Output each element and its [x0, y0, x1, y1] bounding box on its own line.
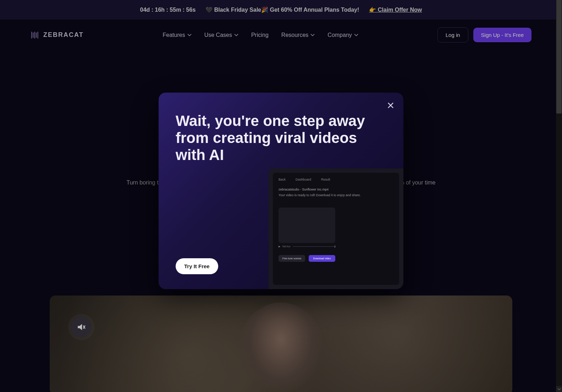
play-icon[interactable]: ▶: [279, 245, 280, 248]
preview-player-controls: ▶ Not too: [279, 245, 335, 248]
header-actions: Log in Sign Up - It's Free: [437, 27, 531, 43]
preview-tab-back[interactable]: Back: [279, 178, 286, 181]
nav-label: Use Cases: [204, 32, 232, 38]
preview-tabs: Back Dashboard Result: [279, 178, 393, 181]
promo-cta-link[interactable]: 👉 Claim Offer Now: [369, 6, 422, 13]
nav-item-use-cases[interactable]: Use Cases: [204, 32, 238, 38]
nav-item-company[interactable]: Company: [327, 32, 358, 38]
promo-text: 🖤 Black Friday Sale🎉 Get 60% Off Annual …: [205, 6, 359, 13]
download-video-button[interactable]: Download video: [309, 255, 335, 262]
signup-button[interactable]: Sign Up - It's Free: [473, 28, 531, 42]
nav-label: Resources: [281, 32, 308, 38]
finetune-scenes-button[interactable]: Fine-tune scenes: [279, 255, 305, 262]
nav-item-pricing[interactable]: Pricing: [251, 32, 269, 38]
nav-label: Company: [327, 32, 352, 38]
modal-try-free-button[interactable]: Try It Free: [176, 258, 218, 274]
chevron-down-icon: [310, 34, 315, 37]
brand-name: ZEBRACAT: [43, 31, 84, 39]
speaker-muted-icon: [77, 322, 86, 332]
preview-tab-dashboard[interactable]: Dashboard: [296, 178, 311, 181]
nav-label: Features: [163, 32, 185, 38]
main-nav: Features Use Cases Pricing Resources Com…: [163, 32, 358, 38]
preview-video-thumbnail[interactable]: [279, 208, 335, 243]
preview-status-text: Your video is ready to roll! Download it…: [279, 193, 393, 197]
vertical-scrollbar-thumb[interactable]: [556, 0, 562, 114]
nav-item-resources[interactable]: Resources: [281, 32, 315, 38]
preview-progress-bar[interactable]: [293, 246, 335, 247]
promo-countdown-timer: 04d : 16h : 55m : 56s: [140, 7, 196, 13]
hero-video-preview[interactable]: [50, 296, 512, 392]
preview-window: Back Dashboard Result zebracatstudio - S…: [273, 173, 399, 285]
brand-logo[interactable]: ZEBRACAT: [31, 31, 84, 40]
vertical-scrollbar-track[interactable]: [556, 0, 562, 392]
chevron-down-icon: [187, 34, 192, 37]
exit-intent-modal: Wait, you're one step away from creating…: [159, 93, 403, 289]
scrollbar-down-arrow[interactable]: [556, 386, 562, 392]
preview-actions: Fine-tune scenes Download video: [279, 255, 335, 262]
site-header: ZEBRACAT Features Use Cases Pricing Reso…: [0, 20, 562, 50]
modal-title: Wait, you're one step away from creating…: [176, 112, 374, 164]
preview-filename: zebracatstudio - Sunflower Inc.mp4: [279, 188, 393, 191]
modal-close-button[interactable]: [386, 101, 395, 110]
login-button[interactable]: Log in: [437, 27, 468, 43]
nav-item-features[interactable]: Features: [163, 32, 192, 38]
nav-label: Pricing: [251, 32, 269, 38]
video-avatar-placeholder: [238, 303, 324, 392]
logo-mark-icon: [31, 31, 40, 40]
modal-app-preview: Back Dashboard Result zebracatstudio - S…: [269, 169, 403, 289]
close-icon: [387, 102, 394, 109]
chevron-down-icon: [354, 34, 358, 37]
mute-toggle-button[interactable]: [71, 317, 92, 337]
chevron-down-icon: [557, 388, 561, 390]
preview-time-label: Not too: [282, 245, 291, 248]
preview-tab-result[interactable]: Result: [321, 178, 330, 181]
promo-banner: 04d : 16h : 55m : 56s 🖤 Black Friday Sal…: [0, 0, 562, 20]
chevron-down-icon: [234, 34, 238, 37]
